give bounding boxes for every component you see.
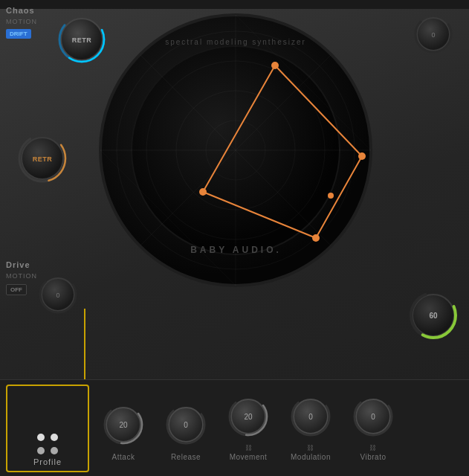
attack-knob[interactable]: 20 <box>103 404 144 448</box>
bottom-knobs: 20 Attack <box>89 396 463 461</box>
chaos-label: Chaos <box>6 6 37 15</box>
profile-dots <box>37 434 58 454</box>
release-label: Release <box>171 453 201 461</box>
profile-label: Profile <box>33 457 62 466</box>
svg-text:60: 60 <box>429 312 438 320</box>
release-knob[interactable]: 0 <box>165 404 207 448</box>
chaos-section: Chaos MOTION DRIFT <box>6 6 37 39</box>
central-sphere: spectral modeling synthesizer BABY AUDIO… <box>93 7 379 294</box>
profile-dot-2 <box>51 434 58 441</box>
modulation-label: Modulation <box>291 453 331 461</box>
svg-text:0: 0 <box>431 31 435 39</box>
svg-point-24 <box>358 152 366 160</box>
svg-point-26 <box>199 188 207 196</box>
attack-knob-item: 20 Attack <box>97 404 150 461</box>
svg-point-27 <box>328 193 334 199</box>
modulation-knob-item: 0 ⛓ Modulation <box>284 396 337 461</box>
modulation-knob[interactable]: 0 <box>290 396 331 440</box>
top-right-knob[interactable]: 0 <box>414 15 453 57</box>
profile-dot-4 <box>51 447 58 454</box>
drive-label: Drive <box>6 260 103 269</box>
profile-dot-3 <box>37 447 45 454</box>
profile-dot-1 <box>37 434 45 441</box>
chaos-motion-label: MOTION <box>6 18 37 25</box>
vibrato-knob-item: 0 ⛓ Vibrato <box>346 396 400 461</box>
svg-point-25 <box>312 234 320 242</box>
bottom-bar: Profile <box>0 379 469 476</box>
movement-knob[interactable]: 20 <box>227 396 269 440</box>
movement-label: Movement <box>230 453 268 461</box>
svg-text:RETR: RETR <box>72 36 92 44</box>
modulation-link-icon: ⛓ <box>307 445 314 451</box>
synth-main: Chaos MOTION DRIFT RETR <box>0 0 469 476</box>
left-retr-knob[interactable]: RETR <box>16 132 68 187</box>
svg-point-23 <box>271 62 279 69</box>
svg-text:0: 0 <box>371 413 375 421</box>
svg-text:spectral modeling synthesizer: spectral modeling synthesizer <box>165 38 306 46</box>
svg-text:0: 0 <box>56 292 59 299</box>
drift-badge[interactable]: DRIFT <box>6 29 31 39</box>
svg-text:RETR: RETR <box>33 155 53 163</box>
svg-text:0: 0 <box>308 413 313 421</box>
vibrato-label: Vibrato <box>360 453 386 461</box>
movement-link-icon: ⛓ <box>245 445 252 451</box>
off-badge[interactable]: OFF <box>6 284 27 295</box>
svg-text:0: 0 <box>184 421 188 429</box>
attack-label: Attack <box>112 453 135 461</box>
vibrato-link-icon: ⛓ <box>369 445 376 451</box>
drive-knob[interactable]: 0 <box>39 275 77 317</box>
release-knob-item: 0 Release <box>159 404 213 461</box>
profile-box[interactable]: Profile <box>6 385 89 472</box>
brand-text: BABY AUDIO. <box>190 245 282 255</box>
movement-knob-item: 20 ⛓ Movement <box>221 396 275 461</box>
svg-text:20: 20 <box>244 413 253 421</box>
green-knob[interactable]: 60 <box>408 290 459 344</box>
vibrato-knob[interactable]: 0 <box>352 396 394 440</box>
yellow-line <box>84 309 85 379</box>
svg-text:20: 20 <box>119 421 128 429</box>
